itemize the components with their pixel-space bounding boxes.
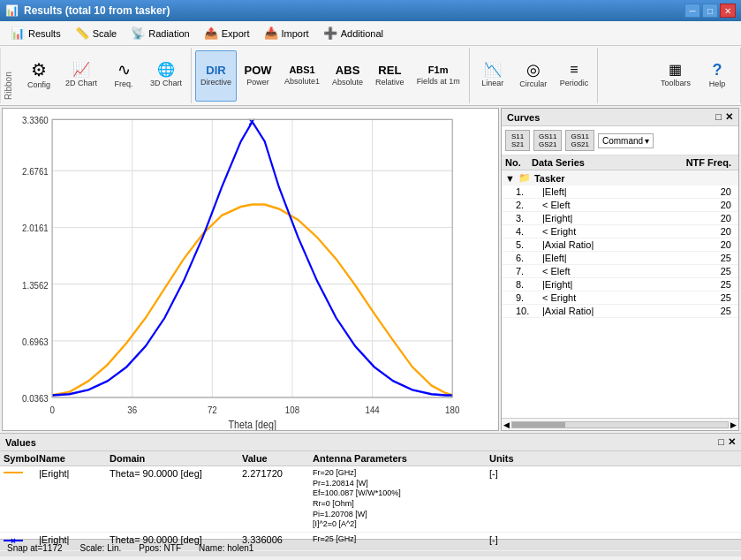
import-icon: 📥 (264, 26, 278, 40)
circular-button[interactable]: ◎ Circular (514, 50, 553, 102)
close-button[interactable]: ✕ (720, 4, 736, 18)
row-series: |Eleft| (542, 253, 664, 263)
circular-icon: ◎ (526, 62, 541, 78)
s11-s21-button[interactable]: S11S21 (505, 130, 530, 151)
menu-additional[interactable]: ➕ Additional (316, 24, 390, 42)
col-series: Data Series (532, 157, 664, 168)
row1-symbol (4, 468, 39, 479)
status-ppos: Ppos: NTF (139, 543, 181, 553)
values-close-button[interactable]: ✕ (728, 436, 736, 448)
scroll-left-icon[interactable]: ◀ (503, 420, 510, 429)
2dchart-button[interactable]: 📈 2D Chart (60, 50, 102, 102)
group-label: Tasker (534, 173, 565, 184)
absolute1-button[interactable]: ABS1 Absolute1 (279, 50, 325, 102)
row-no: 7. (516, 266, 542, 276)
freq-label: Freq. (115, 79, 133, 89)
gs11-gs21-button2[interactable]: GS11GS21 (565, 130, 594, 151)
list-item[interactable]: 8. |Eright| 25 (502, 278, 738, 291)
row2-params: Fr=25 [GHz] (313, 534, 489, 543)
2dchart-label: 2D Chart (65, 79, 97, 88)
menu-results[interactable]: 📊 Results (4, 24, 68, 42)
3dchart-label: 3D Chart (150, 79, 182, 88)
values-title: Values (5, 437, 36, 448)
row-freq: 20 (664, 186, 735, 197)
curves-close-button[interactable]: ✕ (725, 111, 733, 123)
absolute-icon: ABS (336, 64, 359, 76)
3dchart-button[interactable]: 🌐 3D Chart (145, 50, 187, 102)
menu-scale[interactable]: 📏 Scale (68, 24, 125, 42)
list-item[interactable]: 3. |Eright| 20 (502, 212, 738, 225)
curves-header: Curves □ ✕ (502, 109, 738, 126)
row1-domain: Theta= 90.0000 [deg] (110, 468, 242, 479)
status-snap: Snap at=1172 (7, 543, 63, 553)
row-series: < Eleft (542, 266, 664, 276)
svg-text:36: 36 (127, 405, 137, 416)
curves-header-controls[interactable]: □ ✕ (715, 111, 733, 123)
svg-rect-0 (3, 109, 498, 430)
curves-group-row: ▼ 📁 Tasker (502, 170, 738, 185)
absolute-button[interactable]: ABS Absolute (327, 50, 368, 102)
help-button[interactable]: ? Help (698, 50, 737, 102)
maximize-button[interactable]: □ (702, 4, 718, 18)
curves-panel: Curves □ ✕ S11S21 GS11GS21 GS11GS21 Comm… (501, 108, 739, 431)
freq-button[interactable]: ∿ Freq. (104, 50, 143, 102)
row-freq: 25 (664, 279, 735, 290)
scrollbar-track[interactable] (511, 421, 729, 428)
menu-additional-label: Additional (341, 28, 383, 39)
command-select[interactable]: Command ▾ (598, 133, 654, 148)
periodic-button[interactable]: ≡ Periodic (555, 50, 594, 102)
row-freq: 20 (664, 213, 735, 223)
toolbars-label: Toolbars (661, 79, 691, 88)
fields1m-button[interactable]: F1m Fields at 1m (412, 50, 465, 102)
ribbon-group-right: ▦ Toolbars ? Help (652, 48, 741, 103)
row-no: 9. (516, 292, 542, 303)
menu-export[interactable]: 📤 Export (197, 24, 257, 42)
command-label: Command (602, 136, 643, 146)
linear-label: Linear (481, 79, 503, 88)
gs11-gs21-button1[interactable]: GS11GS21 (533, 130, 562, 151)
row1-name: |Eright| (39, 468, 110, 479)
list-item[interactable]: 2. < Eleft 20 (502, 199, 738, 212)
ribbon-label: Ribbon (0, 48, 16, 103)
curves-table-container: No. Data Series NTF Freq. ▼ 📁 Tasker 1. … (502, 155, 738, 418)
row-freq: 20 (664, 226, 735, 237)
menu-import[interactable]: 📥 Import (257, 24, 316, 42)
row-series: |Axial Ratio| (542, 306, 664, 316)
directive-button[interactable]: DIR Directive (195, 50, 237, 102)
bottom-section: Values □ ✕ Symbol Name Domain Value Ante… (0, 433, 741, 539)
values-header-controls[interactable]: □ ✕ (718, 436, 736, 448)
values-minimize-button[interactable]: □ (718, 436, 724, 448)
list-item[interactable]: 6. |Eleft| 25 (502, 252, 738, 265)
row-no: 5. (516, 239, 542, 250)
relative-button[interactable]: REL Relative (370, 50, 410, 102)
list-item[interactable]: 1. |Eleft| 20 (502, 185, 738, 199)
minimize-button[interactable]: ─ (684, 4, 700, 18)
power-button[interactable]: POW Power (238, 50, 277, 102)
row-no: 6. (516, 253, 542, 263)
menu-radiation[interactable]: 📡 Radiation (124, 24, 196, 42)
list-item[interactable]: 7. < Eleft 25 (502, 265, 738, 278)
toolbars-button[interactable]: ▦ Toolbars (655, 50, 696, 102)
list-item[interactable]: 4. < Eright 20 (502, 225, 738, 238)
table-row: |Eright| Theta= 90.0000 [deg] 2.271720 F… (0, 466, 741, 533)
list-item[interactable]: 9. < Eright 25 (502, 291, 738, 305)
list-item[interactable]: 10. |Axial Ratio| 25 (502, 305, 738, 318)
linear-button[interactable]: 📉 Linear (473, 50, 512, 102)
title-bar-controls[interactable]: ─ □ ✕ (684, 4, 736, 18)
curves-minimize-button[interactable]: □ (715, 111, 722, 123)
row-no: 2. (516, 200, 542, 210)
values-table-header: Symbol Name Domain Value Antenna Paramet… (0, 451, 741, 466)
curves-title: Curves (507, 112, 540, 123)
config-button[interactable]: ⚙ Config (19, 50, 58, 102)
menu-scale-label: Scale (93, 28, 117, 39)
svg-text:3.3360: 3.3360 (22, 116, 49, 126)
scroll-right-icon[interactable]: ▶ (730, 420, 737, 429)
curves-scrollbar[interactable]: ◀ ▶ (502, 418, 738, 430)
list-item[interactable]: 5. |Axial Ratio| 20 (502, 238, 738, 252)
col-no: No. (505, 157, 532, 168)
svg-text:144: 144 (365, 405, 379, 416)
row-series: |Axial Ratio| (542, 239, 664, 250)
ribbon-group-chart: DIR Directive POW Power ABS1 Absolute1 A… (192, 48, 470, 103)
fields1m-label: Fields at 1m (417, 77, 460, 87)
directive-icon: DIR (206, 64, 225, 76)
